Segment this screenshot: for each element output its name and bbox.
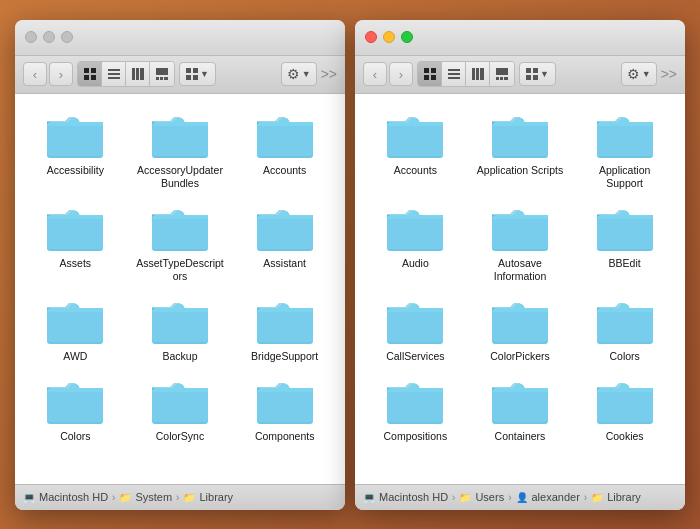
right-minimize-button[interactable]: [383, 31, 395, 43]
right-back-button[interactable]: ‹: [363, 62, 387, 86]
folder-item[interactable]: Application Scripts: [472, 110, 569, 195]
right-arrow-3: ›: [584, 492, 587, 503]
folder-item[interactable]: ColorPickers: [472, 296, 569, 368]
right-path-macintosh: Macintosh HD: [379, 491, 448, 503]
folder-label: Accounts: [263, 164, 306, 178]
right-gear-button[interactable]: ⚙▼: [621, 62, 657, 86]
folder-item[interactable]: ColorSync: [132, 376, 229, 448]
left-icon-grid: Accessibility AccessoryUpdaterBundles Ac…: [23, 106, 337, 452]
svg-rect-14: [186, 68, 191, 73]
right-expand-button[interactable]: >>: [661, 66, 677, 82]
svg-rect-38: [47, 312, 103, 342]
folder-item[interactable]: AWD: [27, 296, 124, 368]
folder-item[interactable]: AccessoryUpdaterBundles: [132, 110, 229, 195]
right-list-view-button[interactable]: [442, 62, 466, 86]
left-hd-icon: 💻: [23, 492, 35, 503]
folder-item[interactable]: Accessibility: [27, 110, 124, 195]
folder-item[interactable]: Cookies: [576, 376, 673, 448]
svg-rect-3: [91, 75, 96, 80]
svg-rect-10: [156, 68, 168, 75]
svg-rect-47: [47, 392, 103, 422]
right-close-button[interactable]: [365, 31, 377, 43]
svg-rect-66: [500, 77, 503, 80]
right-nav-buttons: ‹ ›: [363, 62, 413, 86]
folder-icon: [47, 380, 103, 426]
left-path-library: Library: [199, 491, 233, 503]
left-arrange-button[interactable]: ▼: [179, 62, 216, 86]
left-back-button[interactable]: ‹: [23, 62, 47, 86]
svg-rect-9: [140, 68, 144, 80]
right-title-bar: [355, 20, 685, 56]
svg-rect-44: [257, 312, 313, 342]
folder-item[interactable]: Components: [236, 376, 333, 448]
left-gallery-view-button[interactable]: [150, 62, 174, 86]
left-path-macintosh: Macintosh HD: [39, 491, 108, 503]
right-maximize-button[interactable]: [401, 31, 413, 43]
folder-item[interactable]: Containers: [472, 376, 569, 448]
svg-rect-6: [108, 77, 120, 79]
folder-item[interactable]: Accounts: [236, 110, 333, 195]
right-icon-view-button[interactable]: [418, 62, 442, 86]
left-window-controls: [25, 31, 73, 43]
folder-item[interactable]: Colors: [576, 296, 673, 368]
maximize-button[interactable]: [61, 31, 73, 43]
folder-label: CallServices: [386, 350, 444, 364]
right-path-alexander: alexander: [532, 491, 580, 503]
folder-item[interactable]: CallServices: [367, 296, 464, 368]
folder-item[interactable]: Assistant: [236, 203, 333, 288]
left-title-bar: [15, 20, 345, 56]
right-gallery-view-button[interactable]: [490, 62, 514, 86]
left-list-view-button[interactable]: [102, 62, 126, 86]
svg-rect-53: [257, 392, 313, 422]
folder-item[interactable]: Autosave Information: [472, 203, 569, 288]
folder-item[interactable]: BBEdit: [576, 203, 673, 288]
folder-icon: [597, 207, 653, 253]
folder-item[interactable]: Backup: [132, 296, 229, 368]
right-path-users: Users: [475, 491, 504, 503]
svg-rect-89: [597, 219, 653, 249]
folder-item[interactable]: BridgeSupport: [236, 296, 333, 368]
svg-rect-101: [387, 392, 443, 422]
minimize-button[interactable]: [43, 31, 55, 43]
folder-item[interactable]: Audio: [367, 203, 464, 288]
folder-icon: [257, 114, 313, 160]
svg-rect-74: [387, 126, 443, 156]
folder-label: Audio: [402, 257, 429, 271]
left-path-system: System: [135, 491, 172, 503]
folder-item[interactable]: Assets: [27, 203, 124, 288]
left-folder-icon-1: 📁: [119, 492, 131, 503]
folder-item[interactable]: AssetTypeDescriptors: [132, 203, 229, 288]
folder-item[interactable]: Colors: [27, 376, 124, 448]
svg-rect-55: [431, 68, 436, 73]
svg-rect-63: [480, 68, 484, 80]
left-icon-view-button[interactable]: [78, 62, 102, 86]
desktop: ‹ › ▼ ⚙▼: [0, 0, 700, 529]
right-window-controls: [365, 31, 413, 43]
folder-label: Application Support: [580, 164, 669, 191]
right-folder-icon-2: 📁: [591, 492, 603, 503]
close-button[interactable]: [25, 31, 37, 43]
folder-item[interactable]: Accounts: [367, 110, 464, 195]
left-gear-button[interactable]: ⚙▼: [281, 62, 317, 86]
svg-rect-86: [492, 219, 548, 249]
right-column-view-button[interactable]: [466, 62, 490, 86]
svg-rect-57: [431, 75, 436, 80]
folder-item[interactable]: Application Support: [576, 110, 673, 195]
svg-rect-69: [533, 68, 538, 73]
svg-rect-0: [84, 68, 89, 73]
svg-rect-98: [597, 312, 653, 342]
svg-rect-68: [526, 68, 531, 73]
left-forward-button[interactable]: ›: [49, 62, 73, 86]
right-arrange-button[interactable]: ▼: [519, 62, 556, 86]
left-content-area[interactable]: Accessibility AccessoryUpdaterBundles Ac…: [15, 94, 345, 484]
right-forward-button[interactable]: ›: [389, 62, 413, 86]
svg-rect-2: [84, 75, 89, 80]
folder-icon: [387, 380, 443, 426]
folder-item[interactable]: Compositions: [367, 376, 464, 448]
folder-label: Containers: [495, 430, 546, 444]
right-path-library: Library: [607, 491, 641, 503]
left-column-view-button[interactable]: [126, 62, 150, 86]
right-content-area[interactable]: Accounts Application Scripts Application…: [355, 94, 685, 484]
folder-label: ColorPickers: [490, 350, 550, 364]
left-expand-button[interactable]: >>: [321, 66, 337, 82]
